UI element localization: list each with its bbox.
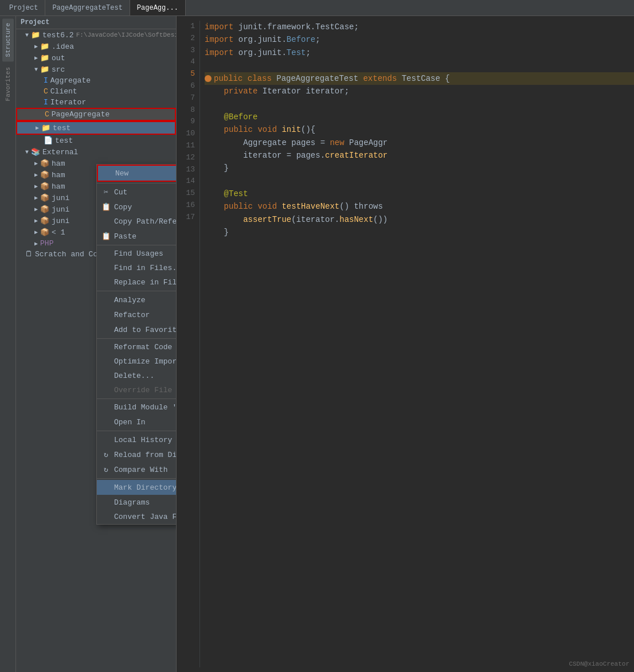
kw-import2: import [205,35,238,44]
menu-item-favorites[interactable]: Add to Favorites ▶ [97,322,177,337]
code-indent10 [205,138,243,147]
separator-5 [97,398,177,399]
left-tab-favorites[interactable]: Favorites [2,62,14,106]
code-indent16 [205,215,243,224]
line-num-15: 15 [177,187,195,200]
code-line-2: import org.junit.Before; [205,33,634,46]
code-var-iterator: iterator; [306,87,349,96]
tree-item-test62[interactable]: ▼ 📁 test6.2 F:\JavaCode\IJCode\SoftDesig… [16,29,176,41]
tree-label-idea: .idea [52,42,74,51]
tree-item-out[interactable]: ▶ 📁 out [16,52,176,64]
menu-item-replace[interactable]: Replace in Files... Ctrl+Shift+R [97,275,177,290]
tree-item-test-folder[interactable]: ▶ 📁 test [16,121,176,135]
tree-label-src: src [52,65,65,74]
arrow-test62: ▼ [25,32,29,38]
tree-item-src[interactable]: ▼ 📁 src [16,64,176,75]
menu-item-copy-path[interactable]: Copy Path/Reference... [97,214,177,229]
class-icon-pageaggregate: C [45,110,49,119]
code-indent14 [205,189,224,198]
file-icon-test: 📄 [44,136,53,145]
tree-label-aggregate: Aggregate [50,76,91,85]
menu-item-paste[interactable]: 📋 Paste Ctrl+V [97,229,177,244]
menu-item-find-files[interactable]: Find in Files... Ctrl+Shift+F [97,261,177,275]
menu-item-convert-kotlin[interactable]: Convert Java File to Kotlin File Ctrl+Al… [97,510,177,524]
tab-pageaggregatetest[interactable]: PageAggregateTest [45,0,130,15]
code-line-3: import org.junit.Test; [205,46,634,59]
ann-test: @Test [224,189,248,198]
code-semi2: ; [315,35,320,44]
menu-item-compare[interactable]: ↻ Compare With Ctrl+D [97,462,177,477]
fn-testhaveNext: testHaveNext [281,202,339,211]
code-line-12: } [205,162,634,174]
menu-item-build-module[interactable]: Build Module 'test6.2' [97,400,177,415]
line-num-4: 4 [177,56,195,68]
menu-item-copy-path-label: Copy Path/Reference... [114,217,177,226]
tab-pageagg[interactable]: PageAgg... [130,0,186,15]
separator-1 [97,183,177,183]
code-line-1: import junit.framework.TestCase; [205,21,634,33]
menu-item-local-history[interactable]: Local History ▶ [97,432,177,447]
cls-pageaggregatetest: PageAggregateTest [276,74,363,83]
menu-item-cut-label: Cut [114,188,127,197]
menu-item-paste-left: 📋 Paste [101,232,136,241]
menu-item-mark-directory[interactable]: Mark Directory as ▶ [97,480,177,495]
menu-item-reformat[interactable]: Reformat Code Ctrl+Alt+L [97,340,177,354]
menu-item-analyze[interactable]: Analyze ▶ [97,292,177,307]
cls-pageaggr: PageAggr [349,138,388,147]
menu-item-favorites-left: Add to Favorites [101,326,177,334]
code-semi3: ; [306,48,310,57]
menu-item-diagrams[interactable]: Diagrams ▶ [97,495,177,510]
code-import3: org.junit. [238,48,287,57]
menu-item-open-in[interactable]: Open In ▶ [97,415,177,429]
code-import1: junit.framework.TestCase; [238,22,359,32]
left-tab-structure[interactable]: Structure [2,18,14,61]
cls-aggregate: Aggregate [243,138,291,147]
tree-label-ham1: ham [52,159,65,168]
menu-item-new[interactable]: New ▶ [97,165,177,182]
code-brace17: } [224,228,229,237]
tree-item-test-file[interactable]: 📄 test [16,135,176,146]
menu-item-refactor[interactable]: Refactor ▶ [97,307,177,322]
separator-4 [97,338,177,339]
tree-item-client[interactable]: C Client [16,86,176,97]
tree-label-client: Client [50,87,77,96]
code-line-15: public void testHaveNext() throws [205,200,634,213]
tree-item-idea[interactable]: ▶ 📁 .idea [16,41,176,52]
menu-item-analyze-label: Analyze [114,296,146,304]
kw-void9: void [257,125,281,134]
menu-item-reload[interactable]: ↻ Reload from Disk [97,447,177,462]
tree-item-pageaggregate[interactable]: C PageAggregate [16,108,176,121]
lib-icon-juni3: 📦 [40,216,49,225]
tree-label-juni3: juni [52,217,69,225]
paste-icon: 📋 [101,232,111,241]
menu-item-cut[interactable]: ✂ Cut Ctrl+X [97,185,177,200]
tree-item-iterator[interactable]: I Iterator [16,97,176,108]
tree-label-test-folder: test [53,124,71,132]
compare-icon: ↻ [101,465,111,474]
separator-2 [97,245,177,245]
menu-item-find-usages-left: Find Usages [101,249,163,258]
menu-item-optimize[interactable]: Optimize Imports Ctrl+Alt+O [97,354,177,369]
fn-hasnext: hasNext [339,215,373,224]
line-num-6: 6 [177,80,195,92]
menu-item-open-in-left: Open In [101,418,146,427]
line-num-5: 5 [177,68,195,80]
tree-label-ham3: ham [52,182,65,191]
menu-item-copy[interactable]: 📋 Copy Ctrl+C [97,200,177,214]
menu-item-local-history-left: Local History [101,436,172,444]
line-num-13: 13 [177,164,195,176]
menu-item-find-usages[interactable]: Find Usages Alt+F7 [97,247,177,261]
code-line-16: assertTrue(iterator.hasNext()) [205,213,634,226]
kw-private: private [224,87,263,96]
tree-item-external[interactable]: ▼ 📚 External [16,146,176,158]
menu-item-copy-path-left: Copy Path/Reference... [101,217,177,226]
editor-content: 1 2 3 4 5 6 7 8 9 10 11 12 13 14 15 16 1 [177,16,634,672]
menu-item-local-history-label: Local History [114,436,172,444]
tree-item-aggregate[interactable]: I Aggregate [16,75,176,86]
code-indent12 [205,163,224,173]
line-num-3: 3 [177,45,195,57]
tab-project[interactable]: Project [2,0,45,15]
menu-item-delete[interactable]: Delete... Delete [97,369,177,383]
arrow-juni1: ▶ [34,194,38,201]
tree-label-external: External [42,148,78,157]
